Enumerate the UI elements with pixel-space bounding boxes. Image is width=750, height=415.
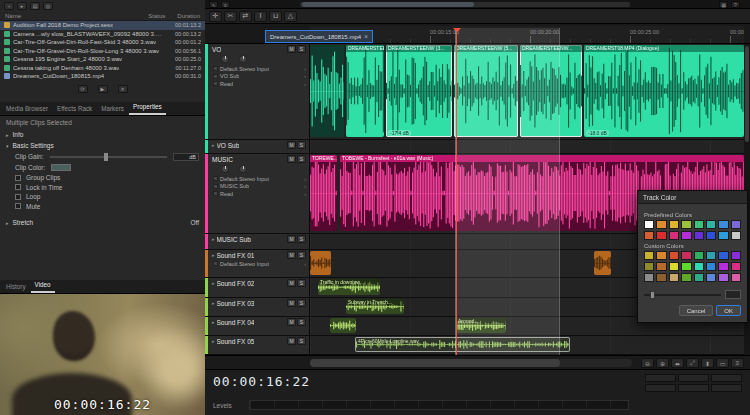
close-icon[interactable]: × bbox=[364, 33, 368, 40]
color-swatch[interactable] bbox=[656, 231, 666, 240]
zoom-out-icon[interactable]: ⊖ bbox=[641, 358, 654, 368]
track-header-music[interactable]: MUSICMSDefault Stereo Input›MUSIC Sub›Re… bbox=[205, 154, 310, 233]
solo-button[interactable]: S bbox=[297, 155, 306, 163]
audio-clip[interactable]: DREAMERSTEENW... bbox=[520, 45, 582, 137]
time-selection-tool-icon[interactable]: Ⅰ bbox=[254, 11, 267, 22]
track-header-sound-fx-02[interactable]: ▸Sound FX 02MS bbox=[205, 278, 310, 297]
track-lane-sound-fx-05[interactable]: 4Pics-60Mpls-Longline.wav bbox=[310, 336, 744, 354]
color-swatch[interactable] bbox=[644, 251, 654, 260]
track-color-strip[interactable] bbox=[205, 140, 208, 153]
search-icon[interactable]: ◎ bbox=[43, 2, 53, 10]
audio-clip[interactable]: TOREWE... bbox=[310, 155, 337, 231]
mute-button[interactable]: M bbox=[287, 299, 296, 307]
mute-button[interactable]: M bbox=[287, 45, 296, 53]
collapse-icon[interactable]: ▸ bbox=[212, 142, 215, 148]
color-swatch[interactable] bbox=[681, 231, 691, 240]
color-swatch[interactable] bbox=[718, 262, 728, 271]
info-section-header[interactable]: ▸ Info bbox=[0, 129, 205, 140]
hue-slider-handle[interactable] bbox=[650, 291, 655, 299]
track-name[interactable]: VO bbox=[212, 46, 221, 53]
file-row[interactable]: Cessna taking off Denham 48000 3.wav00:1… bbox=[0, 64, 205, 73]
track-header-vo-sub[interactable]: ▸VO SubMS bbox=[205, 140, 310, 153]
checkbox[interactable] bbox=[15, 175, 21, 181]
move-tool-icon[interactable]: ✛ bbox=[209, 11, 222, 22]
track-input-select[interactable]: Default Stereo Input› bbox=[205, 174, 309, 182]
file-row[interactable]: Car-Tire-Off-Gravel-Dirt-Roll-Fast-Skid … bbox=[0, 38, 205, 47]
track-name[interactable]: MUSIC Sub bbox=[217, 236, 251, 243]
color-swatch[interactable] bbox=[706, 262, 716, 271]
color-swatch[interactable] bbox=[669, 220, 679, 229]
loop-icon[interactable]: ⟳ bbox=[78, 85, 88, 93]
slip-tool-icon[interactable]: ⇄ bbox=[239, 11, 252, 22]
clip-gain-badge[interactable]: -17.4 dB bbox=[388, 130, 411, 136]
stretch-section-header[interactable]: ▸ Stretch Off bbox=[0, 217, 205, 228]
track-output-select[interactable]: MUSIC Sub› bbox=[205, 182, 309, 190]
track-color-strip[interactable] bbox=[205, 250, 208, 277]
mute-button[interactable]: M bbox=[287, 141, 296, 149]
clip-source-tab[interactable]: Dreamers_CutDown_180815.mp4 × bbox=[265, 30, 373, 43]
track-header-sound-fx-05[interactable]: ▸Sound FX 05MS bbox=[205, 336, 310, 354]
add-file-icon[interactable]: ＋ bbox=[4, 2, 14, 10]
track-name[interactable]: Sound FX 03 bbox=[217, 300, 255, 307]
hue-value-box[interactable] bbox=[725, 290, 741, 299]
color-swatch[interactable] bbox=[656, 262, 666, 271]
cancel-button[interactable]: Cancel bbox=[679, 305, 714, 316]
tab-effects-rack[interactable]: Effects Rack bbox=[53, 103, 96, 115]
color-swatch[interactable] bbox=[706, 251, 716, 260]
open-folder-icon[interactable]: ▸ bbox=[17, 2, 27, 10]
basic-settings-header[interactable]: ▾ Basic Settings bbox=[0, 140, 205, 151]
checkbox[interactable] bbox=[15, 203, 21, 209]
track-color-strip[interactable] bbox=[205, 278, 208, 297]
track-header-sound-fx-01[interactable]: ▸Sound FX 01MSDefault Stereo Input› bbox=[205, 250, 310, 277]
mute-button[interactable]: M bbox=[287, 337, 296, 345]
color-swatch[interactable] bbox=[718, 220, 728, 229]
audio-clip[interactable]: DREAMERSTEENW (5... bbox=[454, 45, 518, 137]
color-swatch[interactable] bbox=[644, 220, 654, 229]
color-swatch[interactable] bbox=[681, 251, 691, 260]
pan-knob[interactable] bbox=[239, 55, 247, 63]
volume-knob[interactable] bbox=[221, 165, 229, 173]
color-swatch[interactable] bbox=[669, 262, 679, 271]
color-swatch[interactable] bbox=[694, 251, 704, 260]
audio-clip[interactable]: Traffic in downtow... bbox=[318, 279, 380, 295]
color-swatch[interactable] bbox=[681, 220, 691, 229]
auto-play-icon[interactable]: ▶ bbox=[98, 85, 108, 93]
hue-slider[interactable] bbox=[644, 294, 721, 296]
collapse-icon[interactable]: ▸ bbox=[212, 280, 215, 286]
color-swatch[interactable] bbox=[656, 273, 666, 282]
mute-button[interactable]: M bbox=[287, 155, 296, 163]
file-row[interactable]: Camera ...wly slow_BLASTWAVEFX_09092 480… bbox=[0, 30, 205, 39]
color-swatch[interactable] bbox=[644, 262, 654, 271]
track-color-strip[interactable] bbox=[205, 44, 208, 139]
view-duration-field[interactable] bbox=[711, 384, 742, 392]
multitrack-editor-icon[interactable]: ≡ bbox=[221, 1, 230, 8]
color-swatch[interactable] bbox=[644, 231, 654, 240]
color-swatch[interactable] bbox=[669, 251, 679, 260]
selection-end-field[interactable] bbox=[678, 374, 709, 382]
clip-color-swatch[interactable] bbox=[51, 164, 71, 171]
track-color-strip[interactable] bbox=[205, 336, 208, 354]
color-swatch[interactable] bbox=[731, 220, 741, 229]
column-status[interactable]: Status bbox=[148, 13, 165, 19]
file-row[interactable]: Cessna 195 Engine Start_2 48000 3.wav00:… bbox=[0, 55, 205, 64]
track-input-select[interactable]: Default Stereo Input› bbox=[205, 259, 309, 267]
color-swatch[interactable] bbox=[706, 231, 716, 240]
checkbox-row[interactable]: Loop bbox=[0, 192, 205, 202]
color-swatch[interactable] bbox=[681, 273, 691, 282]
column-duration[interactable]: Duration bbox=[177, 13, 200, 19]
solo-button[interactable]: S bbox=[297, 141, 306, 149]
file-row[interactable]: Car-Tire-Off-Gravel-Dirt-Roll-Slow-Long … bbox=[0, 47, 205, 56]
file-row[interactable]: Dreamers_CutDown_180815.mp400:00:31.0 bbox=[0, 72, 205, 81]
automation-mode-select[interactable]: Read› bbox=[205, 79, 309, 87]
track-name[interactable]: Sound FX 04 bbox=[217, 319, 255, 326]
track-header-sound-fx-03[interactable]: ▸Sound FX 03MS bbox=[205, 298, 310, 316]
view-start-field[interactable] bbox=[645, 384, 676, 392]
horizontal-scrollbar-handle[interactable] bbox=[310, 359, 560, 367]
mute-button[interactable]: M bbox=[287, 279, 296, 287]
track-lane-vo-sub[interactable] bbox=[310, 140, 744, 153]
checkbox[interactable] bbox=[15, 184, 21, 190]
track-name[interactable]: VO Sub bbox=[217, 142, 240, 149]
zoom-vertical-out-icon[interactable]: ▭ bbox=[716, 358, 729, 368]
ok-button[interactable]: OK bbox=[716, 305, 741, 316]
track-name[interactable]: Sound FX 01 bbox=[217, 252, 255, 259]
